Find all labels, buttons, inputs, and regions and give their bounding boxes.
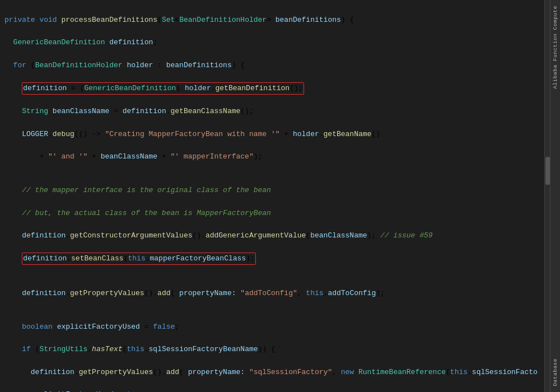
right-sidebar: Alibaba Function Compute Database bbox=[550, 0, 560, 392]
code-content: private void processBeanDefinitions(Set<… bbox=[0, 2, 544, 392]
code-editor: private void processBeanDefinitions(Set<… bbox=[0, 0, 544, 392]
scrollbar-track[interactable] bbox=[544, 0, 550, 392]
scrollbar-thumb[interactable] bbox=[545, 157, 550, 185]
sidebar-label-function-compute[interactable]: Alibaba Function Compute bbox=[552, 2, 558, 92]
sidebar-label-database[interactable]: Database bbox=[552, 355, 558, 390]
